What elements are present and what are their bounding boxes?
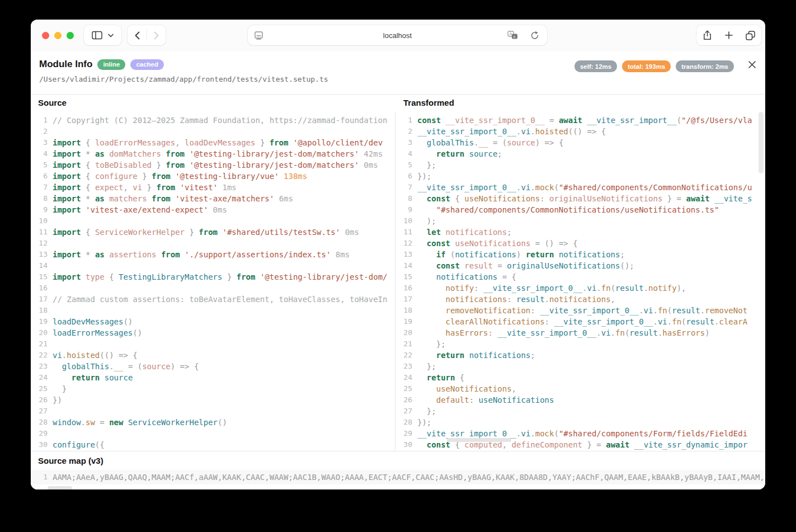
chevron-down-icon: [108, 34, 114, 37]
sourcemap-section: Source map (v3) 1AAMA;AAeA,yBAAG,QAAQ,MA…: [31, 451, 765, 489]
self-time-badge: self: 12ms: [574, 60, 617, 72]
code-line: 17 notifications: result.notifications,: [395, 294, 765, 305]
code-line: 11 let notifications;: [395, 227, 765, 238]
module-path: /Users/vladimir/Projects/zammad/app/fron…: [39, 75, 328, 83]
code-line: 18: [31, 305, 395, 316]
cached-badge: cached: [130, 59, 164, 70]
back-button[interactable]: [128, 25, 147, 45]
chevron-left-icon: [135, 31, 140, 40]
code-line: 13 if (notifications) return notificatio…: [395, 249, 765, 260]
nav-button-group: [128, 25, 166, 45]
code-line: 15import type { TestingLibraryMatchers }…: [31, 271, 395, 283]
code-line: 2: [31, 126, 395, 137]
toolbar-right-group: [696, 25, 761, 45]
close-panel-button[interactable]: [746, 59, 757, 70]
svg-text:x: x: [514, 35, 516, 39]
code-line: 25 }: [31, 383, 395, 394]
code-line: 9import 'vitest-axe/extend-expect' 0ms: [31, 204, 395, 215]
sidebar-toggle-button[interactable]: [84, 25, 121, 45]
code-line: 1const __vite_ssr_import_0__ = await __v…: [395, 115, 765, 126]
code-line: 24 return source: [31, 372, 395, 383]
horizontal-scrollbar-thumb[interactable]: [447, 438, 511, 442]
code-line: 28window.sw = new ServiceWorkerHelper(): [31, 417, 395, 428]
code-line: 11import { ServiceWorkerHelper } from '#…: [31, 227, 395, 238]
chevron-right-icon: [154, 31, 159, 40]
code-line: 9 "#shared/components/CommonNotification…: [395, 204, 765, 215]
code-line: 2__vite_ssr_import_0__.vi.hoisted(() => …: [395, 126, 765, 137]
code-line: 23 globalThis.__ = (source) => {: [31, 361, 395, 372]
code-line: 27 };: [395, 406, 765, 417]
code-line: 17// Zammad custom assertions: toBeAvata…: [31, 294, 395, 305]
code-line: 8 const { useNotifications: originalUseN…: [395, 193, 765, 204]
code-line: 27: [31, 406, 395, 417]
code-line: 29__vite_ssr_import_0__.vi.mock("#shared…: [395, 428, 765, 439]
tabs-icon: [746, 31, 755, 40]
code-line: 21: [31, 338, 395, 350]
new-tab-button[interactable]: [718, 25, 740, 45]
code-line: 26 default: useNotifications: [395, 394, 765, 406]
module-info-header: Module Info inline cached /Users/vladimi…: [31, 51, 765, 94]
code-line: 6});: [395, 171, 765, 182]
code-panels: 1// Copyright (C) 2012–2025 Zammad Found…: [31, 111, 765, 451]
code-line: 8import * as matchers from 'vitest-axe/m…: [31, 193, 395, 204]
code-line: 7import { expect, vi } from 'vitest' 1ms: [31, 182, 395, 193]
browser-toolbar: localhost Ax: [31, 20, 765, 52]
code-line: 4 return source;: [395, 148, 765, 159]
code-line: 10: [31, 215, 395, 227]
window-minimize-button[interactable]: [54, 32, 62, 39]
code-line: 20 hasErrors: __vite_ssr_import_0__.vi.f…: [395, 327, 765, 338]
code-line: 26}): [31, 394, 395, 406]
code-line: 14: [31, 260, 395, 271]
sourcemap-scrollbar-thumb[interactable]: [48, 486, 72, 489]
code-line: 3import { loadErrorMessages, loadDevMess…: [31, 137, 395, 148]
translate-icon[interactable]: Ax: [507, 31, 518, 40]
code-line: 14 const result = originalUseNotificatio…: [395, 260, 765, 271]
code-line: 16 notify: __vite_ssr_import_0__.vi.fn(r…: [395, 283, 765, 294]
code-line: 5import { toBeDisabled } from '@testing-…: [31, 159, 395, 171]
code-line: 23 };: [395, 361, 765, 372]
share-button[interactable]: [696, 25, 718, 45]
code-line: 10 );: [395, 215, 765, 227]
transform-time-badge: transform: 2ms: [676, 60, 734, 72]
total-time-badge: total: 193ms: [622, 60, 671, 72]
code-line: 18 removeNotification: __vite_ssr_import…: [395, 305, 765, 316]
sourcemap-title: Source map (v3): [31, 451, 765, 465]
browser-window: localhost Ax: [31, 20, 765, 489]
code-line: 25 useNotifications,: [395, 383, 765, 394]
code-line: 24 return {: [395, 372, 765, 383]
panels-header: Source Transformed: [31, 94, 765, 112]
code-line: 22 return notifications;: [395, 350, 765, 361]
window-close-button[interactable]: [42, 32, 49, 39]
address-bar[interactable]: localhost Ax: [248, 25, 547, 45]
code-line: 6import { configure } from '@testing-lib…: [31, 171, 395, 182]
reload-icon[interactable]: [530, 31, 539, 40]
code-line: 19 clearAllNotifications: __vite_ssr_imp…: [395, 316, 765, 327]
transformed-panel-title: Transformed: [396, 95, 454, 111]
source-code-panel: 1// Copyright (C) 2012–2025 Zammad Found…: [31, 111, 395, 451]
inline-badge: inline: [97, 59, 125, 70]
transformed-code-panel: 1const __vite_ssr_import_0__ = await __v…: [395, 111, 765, 451]
svg-text:A: A: [510, 32, 512, 36]
code-line: 1// Copyright (C) 2012–2025 Zammad Found…: [31, 115, 395, 126]
source-panel-title: Source: [31, 95, 396, 111]
close-icon: [748, 60, 756, 69]
sourcemap-mappings-row: 1AAMA;AAeA,yBAAG,QAAQ,MAAM;AACf,aAAW,KAA…: [31, 470, 765, 484]
tab-overview-button[interactable]: [740, 25, 761, 45]
code-line: 20loadErrorMessages(): [31, 327, 395, 338]
code-line: 1AAMA;AAeA,yBAAG,QAAQ,MAAM;AACf,aAAW,KAA…: [31, 472, 765, 483]
vertical-scrollbar-thumb[interactable]: [759, 112, 764, 173]
forward-button[interactable]: [147, 25, 166, 45]
code-line: 15 notifications = {: [395, 271, 765, 283]
page-title: Module Info: [39, 59, 92, 70]
code-line: 28});: [395, 417, 765, 428]
code-line: 29: [31, 428, 395, 439]
code-line: 7__vite_ssr_import_0__.vi.mock("#shared/…: [395, 182, 765, 193]
plus-icon: [725, 31, 733, 39]
sidebar-icon: [92, 31, 102, 40]
code-line: 16: [31, 283, 395, 294]
url-text: localhost: [248, 31, 547, 40]
code-line: 22vi.hoisted(() => {: [31, 350, 395, 361]
window-zoom-button[interactable]: [67, 32, 74, 39]
code-line: 3 globalThis.__ = (source) => {: [395, 137, 765, 148]
share-icon: [703, 30, 712, 40]
